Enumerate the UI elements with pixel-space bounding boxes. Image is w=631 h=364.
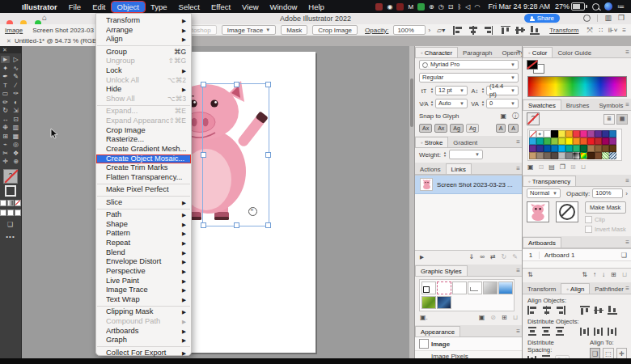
menu-item-hide[interactable]: Hide▶ [96,85,191,95]
menubar-item-type[interactable]: Type [145,2,173,12]
tab-links[interactable]: Links [446,163,472,174]
swatch-gradient[interactable] [573,152,580,159]
menu-item-blend[interactable]: Blend▶ [96,248,191,258]
swatch-color[interactable] [609,130,616,138]
transform-link[interactable]: Transform [549,27,578,34]
tab-transparency[interactable]: Transparency [523,176,576,186]
panel-menu-icon[interactable]: ≡ [516,49,520,56]
kerning-stepper[interactable]: ▲▼ [430,100,434,107]
swatch-color[interactable] [565,152,573,159]
menubar-item-object[interactable]: Object [112,2,145,12]
tool-14[interactable]: ↔ [1,116,10,123]
tab-brushes[interactable]: Brushes [561,100,595,110]
swatch-color[interactable] [595,152,602,159]
menubar-item-window[interactable]: Window [265,2,303,12]
selection-handle[interactable] [265,222,271,228]
tool-21[interactable]: ◎ [11,141,20,148]
snap-anchor-button[interactable]: A [508,124,519,133]
menu-item-rasterize[interactable]: Rasterize... [96,135,191,145]
tracking-field[interactable]: 0▼ [486,99,519,108]
tool-7[interactable]: ∕ [11,82,20,89]
menubar-item-illustrator[interactable]: Illustrator [16,2,63,12]
tab-character[interactable]: Character [415,47,458,57]
swatch-color[interactable] [602,130,609,138]
swatch-color[interactable] [544,138,551,145]
tool-3[interactable]: ∿ [11,65,20,72]
tab-close-icon[interactable]: ✕ [6,38,11,44]
object-type-link[interactable]: Image [5,27,23,34]
align-left-icon[interactable] [453,26,464,35]
opacity-link[interactable]: Opacity: [365,27,388,34]
tab-symbols[interactable]: Symbols [594,100,628,110]
tool-25[interactable]: ⊕ [11,158,20,165]
swatch-color[interactable] [602,138,609,145]
transparency-opacity-label[interactable]: Opacity: [566,190,590,197]
tracking-stepper[interactable]: ▲▼ [481,100,485,107]
menu-item-live-paint[interactable]: Live Paint▶ [96,277,191,286]
tool-2[interactable]: ✦ [1,65,10,72]
tab-artboards[interactable]: Artboards [523,237,561,248]
swatch-color[interactable] [602,145,609,152]
tool-18[interactable]: ⊞ [1,133,10,140]
tool-8[interactable]: ▭ [1,90,10,97]
swatch-color[interactable] [551,145,558,152]
menubar-item-edit[interactable]: Edit [87,2,111,12]
panel-menu-icon[interactable]: ≡ [625,177,629,184]
opacity-field[interactable]: 100% [393,25,426,35]
leading-stepper[interactable]: ▲▼ [481,87,485,94]
distribute-right-icon[interactable] [608,327,618,336]
snap-angular-button[interactable]: Ag [466,124,480,133]
tool-10[interactable]: ✏ [1,99,10,106]
libraries-icon[interactable]: ▣ [527,163,534,171]
swatch-color[interactable] [580,138,587,145]
draw-normal-button[interactable] [0,210,6,216]
align-hcenter-icon[interactable] [468,26,478,35]
menu-item-shape[interactable]: Shape▶ [96,220,191,230]
object-thumbnail[interactable] [527,201,549,222]
menu-item-crop-image[interactable]: Crop Image [96,126,191,136]
mask-button[interactable]: Mask [281,25,307,35]
tool-19[interactable]: ▦ [11,133,20,140]
reorder-icon[interactable]: ⇅ [582,271,587,278]
tool-1[interactable]: ▷ [11,56,20,63]
menu-item-slice[interactable]: Slice▶ [96,198,191,208]
swatch-color[interactable] [565,138,573,145]
menu-item-perspective[interactable]: Perspective▶ [96,267,191,277]
font-size-field[interactable]: 12 pt▼ [435,86,468,95]
menu-item-graph[interactable]: Graph▶ [96,336,191,345]
selection-handle[interactable] [201,82,206,87]
menu-item-artboards[interactable]: Artboards▶ [96,327,191,336]
swatch-color[interactable] [595,145,602,152]
align-to-key-icon[interactable]: ⬚ [603,348,613,359]
new-group-icon[interactable]: ❐ [560,163,565,171]
menubar-item-select[interactable]: Select [173,2,205,12]
panel-menu-icon[interactable]: ≡ [516,328,520,335]
workspace-icon[interactable]: ▥ [604,14,612,22]
swatch-color[interactable] [544,145,551,152]
image-trace-button[interactable]: Image Trace▼ [222,25,276,35]
opacity-expand-icon[interactable]: › [625,190,628,197]
tool-12[interactable]: ↻ [1,107,10,114]
swatch-color[interactable] [558,152,565,159]
tool-4[interactable]: ✒ [1,73,10,80]
align-vcenter-icon[interactable] [515,26,526,35]
align-right-icon[interactable] [555,306,565,315]
swatch-color[interactable] [544,130,551,138]
color-fill-stroke-indicator[interactable] [527,60,548,73]
swatch-color[interactable] [565,145,573,152]
stroke-weight-field[interactable]: ▼ [449,150,483,159]
list-view-button[interactable]: ≣ [603,114,615,125]
menu-item-lock[interactable]: Lock▶ [96,66,191,76]
kerning-field[interactable]: Auto▼ [435,99,468,108]
free-transform-icon[interactable]: ⤧ [587,26,592,35]
selection-handle[interactable] [201,152,206,158]
menubar-item-effect[interactable]: Effect [205,2,236,12]
siri-icon[interactable] [604,2,612,11]
menu-item-text-wrap[interactable]: Text Wrap▶ [96,295,191,305]
tool-22[interactable]: ✂ [1,150,10,157]
new-style-icon[interactable]: ⊞ [502,314,507,321]
swatch-color[interactable] [580,130,587,138]
swatch-color[interactable] [558,145,565,152]
reorder-icon[interactable]: ⇅ [527,271,533,278]
tab-pathfinder[interactable]: Pathfinder [590,284,629,294]
